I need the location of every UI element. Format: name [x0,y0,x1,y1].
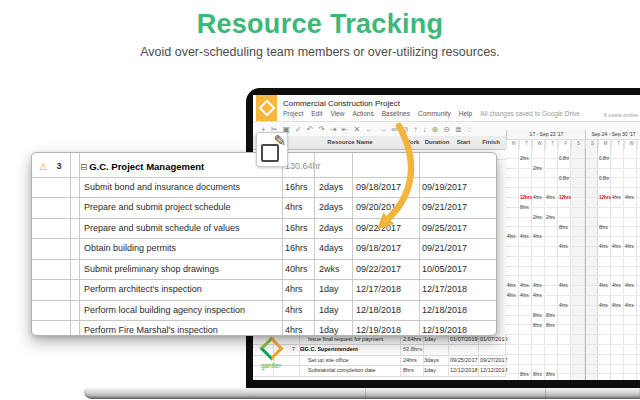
hours-cell: 4hrs [625,303,637,308]
autosave-status: All changes saved to Google Drive [480,110,580,117]
start-date: 12/17/2018 [356,280,401,300]
duration-value: 1day [319,301,339,321]
work-value: 16hrs [285,239,308,259]
grid-line [448,334,449,377]
delete-icon[interactable]: ✕ [353,125,360,134]
hours-cell: 4hrs [546,195,558,200]
hours-cell: 4hrs [533,234,545,239]
finish-date: 09/19/2017 [422,178,467,198]
sheet-header: Resource Name Work Duration Start Finish [253,136,506,150]
hours-cell: 8hrs [533,372,545,377]
day-letter: S [571,139,585,149]
column-header-resource-name[interactable]: Resource Name [300,136,400,149]
move-right-icon[interactable]: → [378,125,386,134]
card-task-row[interactable]: Perform Fire Marshal's inspection4hrs1da… [32,321,496,336]
card-task-row[interactable]: Perform local building agency inspection… [32,301,496,322]
warning-icon: ⚠ [39,157,48,177]
column-header-start[interactable]: Start [450,136,477,149]
menu-item-community[interactable]: Community [418,110,451,117]
hours-cell: 4hrs [625,283,637,288]
undo-icon[interactable]: ↶ [307,125,314,134]
unlink-tasks-icon[interactable]: ⊘ [402,125,409,134]
menu-item-project[interactable]: Project [283,110,303,117]
card-task-row[interactable]: Submit preliminary shop drawings40hrs2wk… [32,260,496,281]
grid-line [282,153,283,335]
diamond-icon [258,100,275,117]
task-name: Perform Fire Marshal's inspection [84,321,218,336]
hours-cell: 8hrs [546,313,558,318]
sheet-row[interactable]: Substantial completion date8hrs1day12/12… [253,365,506,376]
gantter-footer-logo: gantter [258,337,284,369]
column-header-work[interactable]: Work [400,136,424,149]
move-left-icon[interactable]: ← [365,125,373,134]
hours-cell: 8hrs [546,323,558,328]
hours-cell: 2hrs [533,166,545,171]
work-value: 16hrs [285,178,308,198]
duration-value: 1day [319,280,339,300]
outdent-icon[interactable]: ⇤ [342,125,349,134]
chart-icon[interactable]: ≣ [455,125,462,134]
column-header-finish[interactable]: Finish [477,136,505,149]
menu-item-edit[interactable]: Edit [311,110,322,117]
start-date: 09/25/2017 [450,355,478,365]
task-name: Submit bond and insurance documents [84,178,240,198]
gantt-grid [506,149,640,380]
hours-cell: 4hrs [612,283,624,288]
card-task-row[interactable]: Perform architect's inspection4hrs1day12… [32,280,496,301]
task-name: Perform architect's inspection [84,280,202,300]
redo-icon[interactable]: ↷ [318,125,325,134]
hours-cell: 0.8hr [599,176,611,181]
hours-cell: 4hrs [599,283,611,288]
menu-item-baselines[interactable]: Baselines [382,110,410,117]
format-painter-icon[interactable]: ✓ [295,125,302,134]
move-down-icon[interactable]: ↓ [423,125,427,134]
menu-item-help[interactable]: Help [459,110,472,117]
card-task-row[interactable]: Submit bond and insurance documents16hrs… [32,178,496,199]
hours-cell: 0.8hr [599,156,611,161]
edit-task-icon: ✎ [256,132,288,167]
resources-icon[interactable]: ◌ [467,125,472,134]
column-header-duration[interactable]: Duration [424,136,450,149]
hours-cell: 4hrs [520,293,532,298]
indent-icon[interactable]: ⇥ [330,125,337,134]
card-task-row[interactable]: Prepare and submit project schedule4hrs2… [32,198,496,219]
hours-cell: 4hrs [533,283,545,288]
finish-date: 10/05/2017 [422,260,467,280]
grid-line [314,153,315,335]
finish-date: 12/17/2018 [422,280,467,300]
move-up-icon[interactable]: ↑ [414,125,418,134]
page-subtitle: Avoid over-scheduling team members or ov… [0,45,640,59]
start-date: 12/18/2018 [356,301,401,321]
task-name: ⊟G.C. Superintendent [300,344,358,354]
day-letter: W [532,139,546,149]
task-name: Prepare and submit project schedule [84,198,231,218]
day-letter: T [545,139,559,149]
work-value: 16hrs [285,219,308,239]
duration-value: 1day [319,321,339,336]
hours-cell: 8hrs [533,313,545,318]
finish-date: 09/21/2017 [422,239,467,259]
card-rows: ⚠3⊟G.C. Project Management130.64hrSubmit… [32,157,496,336]
row-number: 3 [52,157,66,177]
promo-screenshot: Resource Tracking Avoid over-scheduling … [0,0,640,400]
day-letter: F [558,139,572,149]
card-task-row[interactable]: Prepare and submit schedule of values16h… [32,219,496,240]
hours-cell: 8hrs [533,323,545,328]
finish-date: 09/27/2017 [480,355,508,365]
collapse-icon[interactable]: ⊟ [80,162,87,172]
finish-date: 12/18/2018 [422,301,467,321]
hours-cell: 8hrs [546,372,558,377]
finish-date: 09/25/2017 [422,219,467,239]
zoom-in-icon[interactable]: ⊕ [432,125,439,134]
link-tasks-icon[interactable]: ∞ [391,125,397,134]
work-value: 4hrs [285,301,303,321]
task-name: Prepare and submit schedule of values [84,219,240,239]
finish-date: 12/19/2018 [422,321,467,336]
zoom-out-icon[interactable]: ⊖ [443,125,450,134]
card-task-row[interactable]: Obtain building permits16hrs4days09/18/2… [32,239,496,260]
menu-item-actions[interactable]: Actions [352,110,373,117]
hours-cell: 8hrs [520,372,532,377]
menu-item-view[interactable]: View [330,110,344,117]
duration-value: 2days [319,219,343,239]
hours-cell: 8hrs [520,205,532,210]
